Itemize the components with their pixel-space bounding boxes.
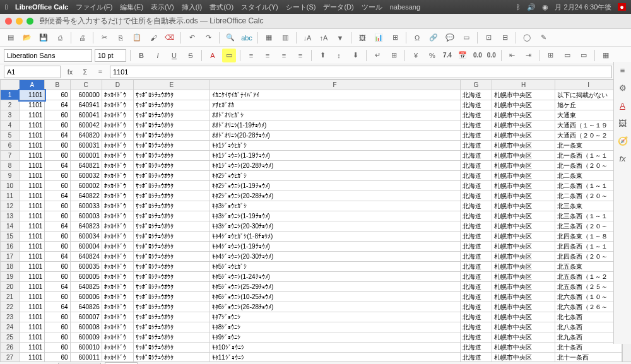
cell[interactable]: 札幌市中央区: [492, 90, 555, 100]
font-color-icon[interactable]: A: [206, 49, 220, 62]
font-size-select[interactable]: [95, 49, 126, 62]
export-pdf-icon[interactable]: ⎙: [53, 31, 67, 45]
cell[interactable]: 60: [45, 110, 70, 120]
cell[interactable]: 1101: [20, 201, 45, 211]
cell[interactable]: 北海道: [460, 131, 492, 141]
cell[interactable]: 1101: [20, 171, 45, 181]
cell[interactable]: ﾎｯｶｲﾄﾞｳ: [102, 151, 133, 161]
col-header-B[interactable]: B: [45, 80, 70, 90]
row-header[interactable]: 23: [1, 312, 20, 322]
close-window-button[interactable]: [5, 18, 12, 25]
chart-icon[interactable]: 📊: [372, 31, 386, 45]
cell[interactable]: ﾎｯｶｲﾄﾞｳ: [102, 211, 133, 221]
cell[interactable]: 1101: [20, 90, 45, 100]
cell[interactable]: 北十一条西: [555, 353, 622, 362]
align-right-icon[interactable]: ≡: [277, 49, 291, 62]
hyperlink-icon[interactable]: 🔗: [427, 31, 440, 45]
cell[interactable]: 札幌市中央区: [492, 332, 555, 343]
cell[interactable]: ｷﾀ5ｼﾞｮｳﾋｶﾞｼ: [209, 262, 460, 272]
cell[interactable]: 600041: [70, 110, 102, 120]
clone-format-icon[interactable]: 🖌: [146, 31, 160, 45]
wifi-icon[interactable]: ◉: [542, 3, 548, 11]
cell[interactable]: ﾎｯｶｲﾄﾞｳ: [102, 100, 133, 110]
cell[interactable]: 北一条西（２０～: [555, 161, 622, 171]
cell[interactable]: ｻｯﾎﾟﾛｼﾁｭｳｵｳｸ: [134, 151, 210, 161]
cell[interactable]: ｷﾀ2ｼﾞｮｳﾆｼ(20-28ﾁｮｳﾒ): [209, 191, 460, 201]
cell[interactable]: 60: [45, 181, 70, 191]
cell[interactable]: 札幌市中央区: [492, 201, 555, 211]
cell[interactable]: 60: [45, 292, 70, 302]
cell[interactable]: 60: [45, 343, 70, 353]
cell[interactable]: 600000: [70, 90, 102, 100]
row-header[interactable]: 16: [1, 242, 20, 252]
cell[interactable]: 600042: [70, 120, 102, 131]
cell[interactable]: 60: [45, 322, 70, 332]
cell[interactable]: 600008: [70, 322, 102, 332]
cell[interactable]: 60: [45, 120, 70, 131]
cell[interactable]: 札幌市中央区: [492, 211, 555, 221]
cell[interactable]: 北五条西（１～２: [555, 272, 622, 282]
menu-view[interactable]: 表示(V): [151, 3, 174, 12]
cell[interactable]: ｷﾀ1ｼﾞｮｳﾋｶﾞｼ: [209, 141, 460, 151]
cell[interactable]: 札幌市中央区: [492, 282, 555, 292]
cell[interactable]: 600007: [70, 312, 102, 322]
row-header[interactable]: 12: [1, 201, 20, 211]
wrap-icon[interactable]: ↵: [370, 49, 384, 62]
row-header[interactable]: 15: [1, 232, 20, 242]
cell[interactable]: ｻｯﾎﾟﾛｼﾁｭｳｵｳｸ: [134, 110, 210, 120]
cell[interactable]: 1101: [20, 282, 45, 292]
cell[interactable]: 1101: [20, 100, 45, 110]
sidebar-gallery-icon[interactable]: 🖼: [616, 119, 629, 131]
cell[interactable]: 1101: [20, 302, 45, 312]
header-footer-icon[interactable]: ▭: [459, 31, 473, 45]
sidebar-navigator-icon[interactable]: 🧭: [616, 136, 629, 149]
cell[interactable]: ｷﾀ5ｼﾞｮｳﾆｼ(25-29ﾁｮｳﾒ): [209, 282, 460, 292]
cell[interactable]: 北二条東: [555, 171, 622, 181]
cell[interactable]: 北七条西: [555, 312, 622, 322]
cell[interactable]: 札幌市中央区: [492, 322, 555, 332]
cell[interactable]: 北海道: [460, 151, 492, 161]
cell[interactable]: 札幌市中央区: [492, 232, 555, 242]
cell[interactable]: ｻｯﾎﾟﾛｼﾁｭｳｵｳｸ: [134, 353, 210, 362]
cell[interactable]: 北海道: [460, 302, 492, 312]
cell[interactable]: ｷﾀ4ｼﾞｮｳﾆｼ(20-30ﾁｮｳﾒ): [209, 252, 460, 262]
cell[interactable]: 札幌市中央区: [492, 161, 555, 171]
row-header[interactable]: 24: [1, 322, 20, 332]
cell[interactable]: 60: [45, 353, 70, 362]
cell[interactable]: ｷﾀ4ｼﾞｮｳﾋｶﾞｼ(1-8ﾁｮｳﾒ): [209, 232, 460, 242]
cell[interactable]: 札幌市中央区: [492, 343, 555, 353]
cell[interactable]: ｻｯﾎﾟﾛｼﾁｭｳｵｳｸ: [134, 171, 210, 181]
redo-icon[interactable]: ↷: [201, 31, 215, 45]
cell[interactable]: ｻｯﾎﾟﾛｼﾁｭｳｵｳｸ: [134, 343, 210, 353]
row-icon[interactable]: ▦: [262, 31, 276, 45]
bluetooth-icon[interactable]: ᛒ: [516, 3, 521, 11]
cell[interactable]: ﾎｯｶｲﾄﾞｳ: [102, 90, 133, 100]
cell[interactable]: ﾎｯｶｲﾄﾞｳ: [102, 161, 133, 171]
cell[interactable]: 北海道: [460, 343, 492, 353]
shapes-icon[interactable]: ◯: [520, 31, 534, 45]
cell[interactable]: 北海道: [460, 90, 492, 100]
cell[interactable]: ｻｯﾎﾟﾛｼﾁｭｳｵｳｸ: [134, 302, 210, 312]
cell[interactable]: 64: [45, 161, 70, 171]
draw-icon[interactable]: ✎: [536, 31, 550, 45]
cell[interactable]: 1101: [20, 221, 45, 232]
cell[interactable]: ﾎｯｶｲﾄﾞｳ: [102, 171, 133, 181]
row-header[interactable]: 5: [1, 131, 20, 141]
menu-format[interactable]: 書式(O): [209, 3, 233, 12]
cell[interactable]: 大通西（２０～２: [555, 131, 622, 141]
freeze-icon[interactable]: ⊡: [481, 31, 495, 45]
cell[interactable]: 600033: [70, 201, 102, 211]
percent-icon[interactable]: %: [425, 49, 439, 62]
row-header[interactable]: 10: [1, 181, 20, 191]
align-left-icon[interactable]: ≡: [244, 49, 258, 62]
cell[interactable]: 1101: [20, 120, 45, 131]
sidebar-styles-icon[interactable]: A: [616, 101, 629, 114]
col-header-D[interactable]: D: [102, 80, 133, 90]
row-header[interactable]: 21: [1, 292, 20, 302]
cell[interactable]: ｷﾀ3ｼﾞｮｳﾆｼ(20-30ﾁｮｳﾒ): [209, 221, 460, 232]
cell[interactable]: ｻｯﾎﾟﾛｼﾁｭｳｵｳｸ: [134, 90, 210, 100]
cell[interactable]: ｻｯﾎﾟﾛｼﾁｭｳｵｳｸ: [134, 221, 210, 232]
cell[interactable]: ｷﾀ1ｼﾞｮｳﾆｼ(20-28ﾁｮｳﾒ): [209, 161, 460, 171]
cell[interactable]: 1101: [20, 343, 45, 353]
volume-icon[interactable]: 🔊: [527, 3, 536, 11]
